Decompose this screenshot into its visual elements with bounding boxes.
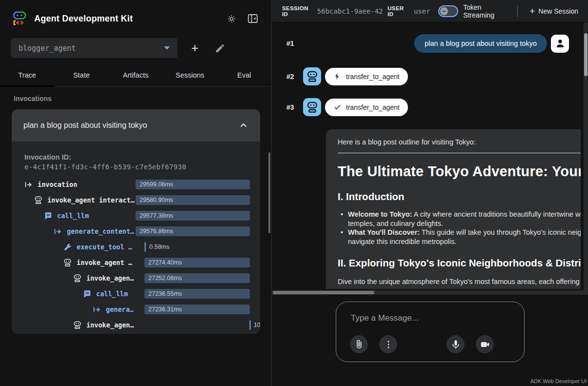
trace-row-invoke-agent[interactable]: invoke_agen… 27252.08ms [12, 270, 260, 286]
token-streaming-label: Token Streaming [463, 3, 508, 19]
trace-row-invoke-agent[interactable]: invoke_agen… 10 [12, 317, 260, 333]
token-streaming-toggle[interactable] [438, 5, 459, 17]
adk-app: Agent Development Kit blogger_agent + Tr… [0, 0, 588, 386]
trace-row-invoke-agent[interactable]: invoke_agent interact… 29580.90ms [12, 192, 260, 208]
blog-bullet-list: Welcome to Tokyo: A city where ancient t… [338, 210, 581, 246]
left-panel: Agent Development Kit blogger_agent + Tr… [0, 0, 272, 386]
dropdown-caret-icon [164, 46, 170, 50]
event-number: #3 [286, 103, 303, 111]
user-id-label: USER ID [387, 5, 409, 17]
chat-horizontal-scrollbar-thumb[interactable] [273, 291, 374, 294]
trace-tree: Invocation ID: e-4c1f41f1-fd3c-4ff6-b539… [12, 142, 260, 334]
microphone-button[interactable] [446, 335, 465, 353]
trace-row-execute-tool[interactable]: execute_tool … 0.58ms [12, 239, 260, 255]
duration-tick [144, 242, 146, 252]
bot-avatar [303, 67, 321, 85]
chat-vertical-scrollbar-track[interactable] [584, 22, 588, 290]
invocation-panel-header[interactable]: plan a blog post about visiting tokyo [12, 109, 260, 142]
tab-artifacts[interactable]: Artifacts [108, 64, 162, 86]
attach-file-button[interactable] [350, 335, 368, 353]
chat-icon [44, 212, 52, 220]
duration-label: 0.58ms [149, 242, 169, 252]
bolt-icon [333, 72, 342, 81]
blog-heading-neighborhoods: II. Exploring Tokyo's Iconic Neighborhoo… [338, 257, 581, 269]
duration-bar: 27236.55ms [144, 289, 250, 299]
bot-response-card: Here is a blog post outline for visiting… [326, 129, 581, 289]
left-tabs: Trace State Artifacts Sessions Eval [0, 64, 271, 87]
theme-toggle-button[interactable] [223, 11, 239, 26]
chevron-up-icon [239, 121, 248, 130]
plus-icon: + [529, 6, 535, 16]
event-row-user: #1 plan a blog post about visiting tokyo [272, 34, 588, 53]
duration-bar: 29577.38ms [136, 211, 250, 221]
event-row-bot: #3 transfer_to_agent [272, 98, 588, 116]
invocation-id-value: e-4c1f41f1-fd3c-4ff6-b539-c7e5ebf67930 [24, 163, 247, 171]
trace-row-generate-content[interactable]: generate_content… 29576.86ms [12, 223, 260, 239]
chat-icon [83, 290, 91, 298]
card-divider [338, 153, 581, 153]
arrow-icon [54, 227, 62, 236]
session-id-label: SESSION ID [282, 5, 312, 17]
chat-panel: SESSION ID 56bcabc1-9aee-42eb USER ID us… [272, 0, 588, 386]
tab-eval[interactable]: Eval [217, 64, 271, 86]
duration-bar: 27236.31ms [144, 305, 250, 314]
trace-row-invocation[interactable]: invocation 29599.06ms [12, 177, 260, 192]
chat-horizontal-scrollbar-track[interactable] [272, 290, 588, 295]
duration-bar: 29580.90ms [136, 195, 250, 205]
invocation-id-block: Invocation ID: e-4c1f41f1-fd3c-4ff6-b539… [24, 153, 247, 171]
message-composer [336, 302, 525, 362]
card-intro-text: Here is a blog post outline for visiting… [338, 138, 581, 146]
composer-area: ADK Web Developer UI [272, 295, 588, 386]
blog-heading-introduction: I. Introduction [338, 191, 581, 203]
robot-icon [63, 259, 72, 267]
tab-sessions[interactable]: Sessions [163, 64, 217, 86]
bullet-item: Welcome to Tokyo: A city where ancient t… [338, 210, 581, 228]
bot-avatar [303, 98, 321, 116]
footer-note: ADK Web Developer UI [530, 378, 587, 384]
add-session-button[interactable]: + [190, 42, 200, 54]
invocations-label: Invocations [14, 95, 271, 102]
duration-tick [249, 320, 251, 330]
message-input[interactable] [350, 313, 506, 324]
left-scrollbar-thumb[interactable] [268, 152, 270, 233]
new-session-button[interactable]: + New Session [527, 6, 581, 16]
check-icon [333, 103, 342, 111]
duration-bar: 27252.08ms [144, 273, 250, 283]
wrench-icon [63, 243, 72, 251]
more-vert-icon [383, 339, 394, 350]
video-button[interactable] [476, 335, 494, 353]
chat-vertical-scrollbar-thumb[interactable] [584, 33, 588, 76]
app-title: Agent Development Kit [34, 14, 133, 24]
robot-icon [34, 196, 42, 204]
trace-row-generate-content[interactable]: genera… 27236.31ms [12, 302, 260, 317]
left-panel-header: Agent Development Kit [0, 0, 271, 34]
duration-label: 10 [254, 320, 260, 330]
robot-icon [306, 102, 318, 113]
paperclip-icon [354, 339, 365, 350]
trace-row-call-llm[interactable]: call_llm 27236.55ms [12, 286, 260, 302]
more-options-button[interactable] [379, 335, 397, 353]
brightness-icon [227, 15, 236, 23]
arrow-icon [24, 181, 33, 189]
bullet-item: What You'll Discover: This guide will ta… [338, 228, 581, 246]
blog-title: The Ultimate Tokyo Adventure: Your G [338, 163, 581, 180]
user-id-value: user [414, 7, 430, 15]
mic-icon [450, 339, 461, 350]
collapse-panel-button[interactable] [245, 11, 261, 26]
trace-row-invoke-agent[interactable]: invoke_agent … 27274.40ms [12, 255, 260, 270]
tab-trace[interactable]: Trace [0, 64, 54, 86]
function-response-chip[interactable]: transfer_to_agent [325, 99, 408, 116]
duration-bar: 27274.40ms [144, 258, 250, 267]
tab-state[interactable]: State [54, 64, 108, 86]
user-avatar [551, 35, 569, 53]
function-call-chip[interactable]: transfer_to_agent [325, 68, 408, 85]
collapse-panel-icon [247, 13, 259, 24]
edit-agent-button[interactable] [212, 41, 228, 56]
invocation-title: plan a blog post about visiting tokyo [23, 121, 239, 130]
robot-icon [306, 71, 318, 82]
agent-select-value: blogger_agent [19, 44, 164, 53]
pencil-icon [215, 43, 225, 54]
chat-messages-area: #1 plan a blog post about visiting tokyo… [272, 22, 588, 295]
agent-select[interactable]: blogger_agent [11, 38, 178, 58]
trace-row-call-llm[interactable]: call_llm 29577.38ms [12, 208, 260, 223]
